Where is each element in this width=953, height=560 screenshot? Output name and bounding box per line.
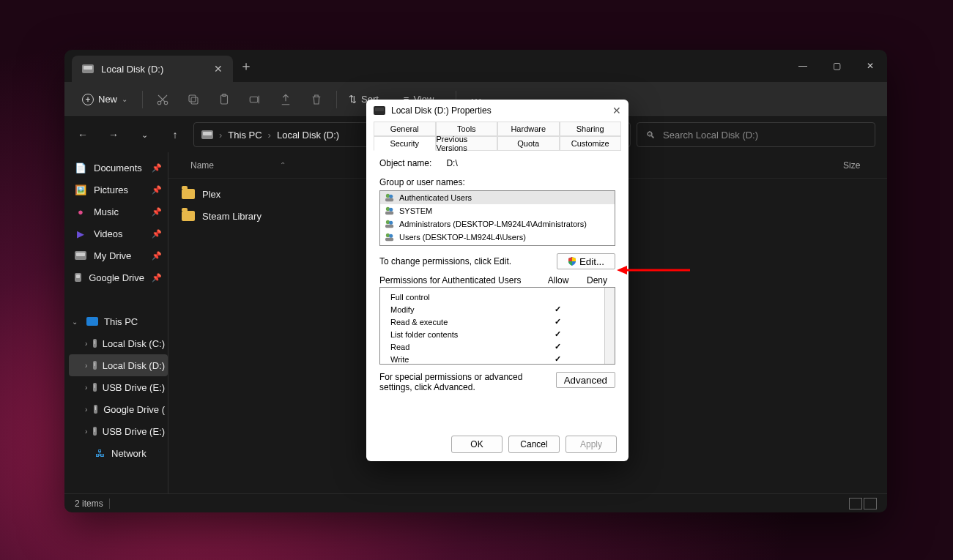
up-button[interactable]: ↑: [163, 122, 188, 147]
svg-rect-9: [385, 198, 393, 201]
tab-quota[interactable]: Quota: [497, 136, 560, 151]
share-icon[interactable]: [272, 87, 300, 112]
user-row[interactable]: SYSTEM: [380, 204, 615, 217]
permission-name: Read & execute: [380, 318, 537, 326]
user-row[interactable]: Users (DESKTOP-LM924L4\Users): [380, 231, 615, 244]
column-size[interactable]: Size: [843, 160, 887, 171]
tab-hardware[interactable]: Hardware: [497, 122, 560, 136]
search-input[interactable]: 🔍︎ Search Local Disk (D:): [637, 122, 875, 147]
new-button[interactable]: + New ⌄: [73, 89, 136, 110]
separator: [336, 91, 337, 108]
quick-pictures[interactable]: 🖼️Pictures📌: [69, 179, 168, 201]
permissions-header: Permissions for Authenticated Users Allo…: [379, 275, 615, 285]
breadcrumb-root[interactable]: This PC: [228, 130, 262, 141]
tab-label: Tools: [457, 124, 476, 133]
permission-name: Full control: [380, 293, 537, 302]
network-icon: 🖧: [94, 447, 105, 459]
tree-usb-e2[interactable]: ›USB Drive (E:): [69, 420, 168, 442]
close-window-button[interactable]: ✕: [853, 54, 887, 78]
recent-dropdown[interactable]: ⌄: [132, 122, 157, 147]
quick-documents[interactable]: 📄Documents📌: [69, 157, 168, 179]
quick-videos[interactable]: ▶Videos📌: [69, 223, 168, 244]
scrollbar[interactable]: [604, 288, 615, 364]
svg-point-11: [389, 208, 393, 212]
tree-network[interactable]: 🖧Network: [69, 442, 168, 464]
cut-icon[interactable]: [149, 87, 177, 112]
file-name: Plex: [202, 189, 220, 200]
pin-icon: 📌: [152, 251, 162, 261]
maximize-button[interactable]: ▢: [820, 54, 853, 78]
tree-googledrive[interactable]: ›Google Drive (: [69, 398, 168, 420]
window-tab[interactable]: Local Disk (D:) ✕: [72, 56, 233, 82]
breadcrumb-current[interactable]: Local Disk (D:): [277, 130, 339, 141]
quick-music[interactable]: ●Music📌: [69, 201, 168, 223]
tab-general[interactable]: General: [374, 122, 436, 136]
permissions-list: Full controlModify✓Read & execute✓List f…: [379, 287, 615, 365]
plus-circle-icon: +: [82, 94, 94, 105]
tab-label: Quota: [517, 139, 539, 148]
chevron-right-icon: ›: [85, 428, 87, 436]
allow-check: ✓: [537, 317, 578, 326]
tab-security[interactable]: Security: [374, 136, 436, 151]
tree-this-pc[interactable]: ⌄This PC: [69, 310, 168, 332]
edit-row: To change permissions, click Edit. Edit.…: [379, 253, 615, 269]
tab-tools[interactable]: Tools: [436, 122, 498, 136]
tree-drive-c[interactable]: ›Local Disk (C:): [69, 332, 168, 354]
apply-button[interactable]: Apply: [566, 436, 617, 453]
sidebar-item-label: Google Drive (: [103, 404, 165, 415]
user-name: Authenticated Users: [399, 193, 472, 202]
change-permissions-text: To change permissions, click Edit.: [379, 256, 511, 266]
dialog-title-bar: Local Disk (D:) Properties ✕: [366, 100, 628, 122]
forward-button[interactable]: →: [101, 122, 126, 147]
thumbnails-view-icon[interactable]: [864, 498, 877, 509]
ok-button[interactable]: OK: [451, 436, 503, 453]
advanced-button-label: Advanced: [564, 375, 607, 386]
tab-customize[interactable]: Customize: [560, 136, 622, 151]
properties-dialog: Local Disk (D:) Properties ✕ General Too…: [366, 100, 628, 461]
sidebar-item-label: Videos: [94, 228, 123, 239]
rename-icon[interactable]: [241, 87, 269, 112]
separator: [142, 91, 143, 108]
tree-drive-d[interactable]: ›Local Disk (D:): [69, 354, 168, 376]
tab-previous-versions[interactable]: Previous Versions: [436, 136, 498, 151]
dialog-body: Object name: D:\ Group or user names: Au…: [366, 151, 628, 428]
close-tab-icon[interactable]: ✕: [214, 63, 223, 75]
close-icon[interactable]: ✕: [612, 105, 621, 116]
user-row[interactable]: Administrators (DESKTOP-LM924L4\Administ…: [380, 217, 615, 231]
user-name: SYSTEM: [399, 206, 432, 215]
svg-point-8: [389, 195, 393, 198]
status-text: 2 items: [75, 499, 103, 509]
copy-icon[interactable]: [179, 87, 207, 112]
svg-rect-6: [250, 97, 258, 102]
allow-header: Allow: [538, 275, 579, 285]
breadcrumb-separator: ›: [219, 130, 222, 141]
cancel-button[interactable]: Cancel: [508, 436, 560, 453]
new-tab-button[interactable]: ＋: [233, 57, 259, 75]
allow-check: ✓: [537, 329, 578, 339]
quick-mydrive[interactable]: My Drive📌: [69, 244, 168, 266]
back-button[interactable]: ←: [70, 122, 95, 147]
object-name-row: Object name: D:\: [379, 158, 615, 168]
folder-icon: [182, 189, 195, 199]
users-icon: [385, 193, 395, 202]
details-view-icon[interactable]: [849, 498, 862, 509]
advanced-button[interactable]: Advanced: [556, 372, 615, 388]
sidebar-item-label: My Drive: [94, 250, 131, 261]
paste-icon[interactable]: [210, 87, 238, 112]
minimize-button[interactable]: —: [786, 54, 820, 78]
edit-button[interactable]: Edit...: [557, 253, 615, 269]
user-list[interactable]: Authenticated Users SYSTEM Administrator…: [379, 190, 615, 246]
user-row[interactable]: Authenticated Users: [380, 191, 615, 204]
tab-sharing[interactable]: Sharing: [560, 122, 622, 136]
quick-googledrive[interactable]: Google Drive📌: [69, 266, 168, 288]
special-permissions-row: For special permissions or advanced sett…: [379, 372, 615, 392]
pictures-icon: 🖼️: [75, 184, 86, 195]
tree-usb-e[interactable]: ›USB Drive (E:): [69, 376, 168, 398]
delete-icon[interactable]: [303, 87, 330, 112]
drive-icon: [93, 361, 96, 370]
special-permissions-text: For special permissions or advanced sett…: [379, 372, 549, 392]
allow-check: ✓: [537, 305, 578, 314]
status-bar: 2 items: [64, 493, 887, 512]
svg-point-16: [386, 234, 390, 237]
sidebar-item-label: USB Drive (E:): [103, 426, 165, 437]
